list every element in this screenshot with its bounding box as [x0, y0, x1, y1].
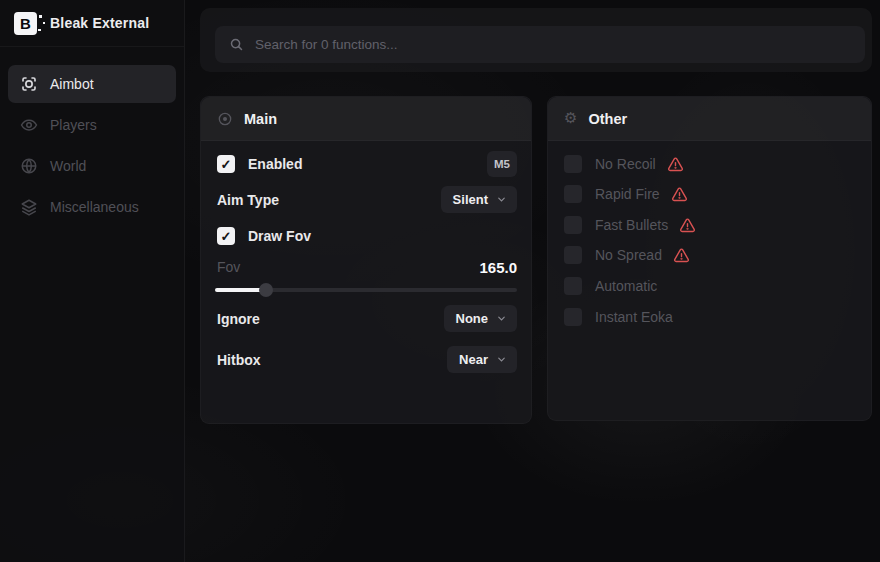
- other-panel-header: ⚙ Other: [548, 97, 871, 141]
- check-icon: ✓: [221, 229, 232, 244]
- hitbox-label: Hitbox: [217, 352, 261, 368]
- enabled-checkbox[interactable]: ✓: [217, 155, 235, 173]
- rapid-fire-checkbox[interactable]: [564, 185, 582, 203]
- gear-icon: ⚙: [564, 111, 577, 126]
- sidebar-item-label: Miscellaneous: [50, 199, 139, 215]
- no-spread-label: No Spread: [595, 247, 662, 263]
- hitbox-dropdown[interactable]: Near: [447, 346, 517, 373]
- ignore-label: Ignore: [217, 311, 260, 327]
- no-spread-checkbox[interactable]: [564, 246, 582, 264]
- no-recoil-checkbox[interactable]: [564, 155, 582, 173]
- draw-fov-row: ✓ Draw Fov: [217, 223, 517, 249]
- ignore-dropdown[interactable]: None: [444, 305, 518, 332]
- fast-bullets-row: Fast Bullets: [564, 216, 857, 234]
- dropdown-value: Silent: [453, 192, 488, 207]
- search-placeholder: Search for 0 functions...: [255, 37, 398, 52]
- warning-icon: [667, 156, 684, 173]
- keybind-badge[interactable]: M5: [487, 151, 517, 177]
- automatic-checkbox[interactable]: [564, 277, 582, 295]
- dropdown-value: None: [456, 311, 489, 326]
- aim-type-row: Aim Type Silent: [217, 186, 517, 213]
- panel-title: Other: [588, 111, 627, 127]
- ignore-row: Ignore None: [217, 305, 517, 332]
- target-icon: [217, 111, 233, 127]
- no-recoil-row: No Recoil: [564, 155, 857, 173]
- eye-icon: [20, 116, 38, 134]
- chevron-down-icon: [496, 194, 507, 205]
- main-panel: Main ✓ Enabled M5 Aim Type Silent ✓: [200, 96, 532, 424]
- app-title: Bleak External: [50, 15, 149, 31]
- sidebar: B Bleak External Aimbot: [0, 0, 185, 562]
- fov-slider[interactable]: [215, 283, 517, 297]
- instant-eoka-label: Instant Eoka: [595, 309, 673, 325]
- main-panel-header: Main: [201, 97, 531, 141]
- aim-type-label: Aim Type: [217, 192, 279, 208]
- sidebar-item-label: World: [50, 158, 86, 174]
- crosshair-icon: [20, 75, 38, 93]
- other-panel: ⚙ Other No Recoil Rapid Fire: [547, 96, 872, 421]
- fov-row: Fov 165.0: [217, 258, 517, 276]
- automatic-label: Automatic: [595, 278, 657, 294]
- content-area: Search for 0 functions... Main ✓ Enabled…: [185, 0, 880, 562]
- sidebar-item-aimbot[interactable]: Aimbot: [8, 65, 176, 103]
- sidebar-item-label: Aimbot: [50, 76, 94, 92]
- panel-title: Main: [244, 111, 277, 127]
- logo-fragment: [43, 22, 45, 24]
- sidebar-item-miscellaneous[interactable]: Miscellaneous: [8, 188, 176, 226]
- sidebar-nav: Aimbot Players World: [0, 47, 184, 226]
- aim-type-dropdown[interactable]: Silent: [441, 186, 517, 213]
- logo-fragment: [39, 15, 42, 18]
- enabled-label: Enabled: [248, 156, 302, 172]
- search-icon: [229, 37, 244, 52]
- automatic-row: Automatic: [564, 277, 857, 295]
- layers-icon: [20, 198, 38, 216]
- warning-icon: [673, 247, 690, 264]
- logo-letter: B: [20, 15, 31, 32]
- sidebar-item-players[interactable]: Players: [8, 106, 176, 144]
- no-recoil-label: No Recoil: [595, 156, 656, 172]
- rapid-fire-label: Rapid Fire: [595, 186, 660, 202]
- globe-icon: [20, 157, 38, 175]
- search-container: Search for 0 functions...: [200, 8, 872, 72]
- draw-fov-label: Draw Fov: [248, 228, 311, 244]
- fast-bullets-checkbox[interactable]: [564, 216, 582, 234]
- warning-icon: [679, 217, 696, 234]
- logo-fragment: [38, 29, 41, 31]
- sidebar-item-world[interactable]: World: [8, 147, 176, 185]
- instant-eoka-checkbox[interactable]: [564, 308, 582, 326]
- no-spread-row: No Spread: [564, 246, 857, 264]
- rapid-fire-row: Rapid Fire: [564, 185, 857, 203]
- app-logo: B: [14, 12, 37, 35]
- draw-fov-checkbox[interactable]: ✓: [217, 227, 235, 245]
- slider-thumb[interactable]: [259, 283, 273, 297]
- chevron-down-icon: [496, 313, 507, 324]
- enabled-row: ✓ Enabled M5: [217, 151, 517, 177]
- instant-eoka-row: Instant Eoka: [564, 308, 857, 326]
- hitbox-row: Hitbox Near: [217, 346, 517, 373]
- sidebar-header: B Bleak External: [0, 0, 184, 47]
- fov-label: Fov: [217, 259, 240, 275]
- sidebar-item-label: Players: [50, 117, 97, 133]
- warning-icon: [671, 186, 688, 203]
- check-icon: ✓: [221, 157, 232, 172]
- chevron-down-icon: [496, 354, 507, 365]
- search-input[interactable]: Search for 0 functions...: [215, 26, 865, 63]
- dropdown-value: Near: [459, 352, 488, 367]
- fast-bullets-label: Fast Bullets: [595, 217, 668, 233]
- fov-value: 165.0: [479, 259, 517, 276]
